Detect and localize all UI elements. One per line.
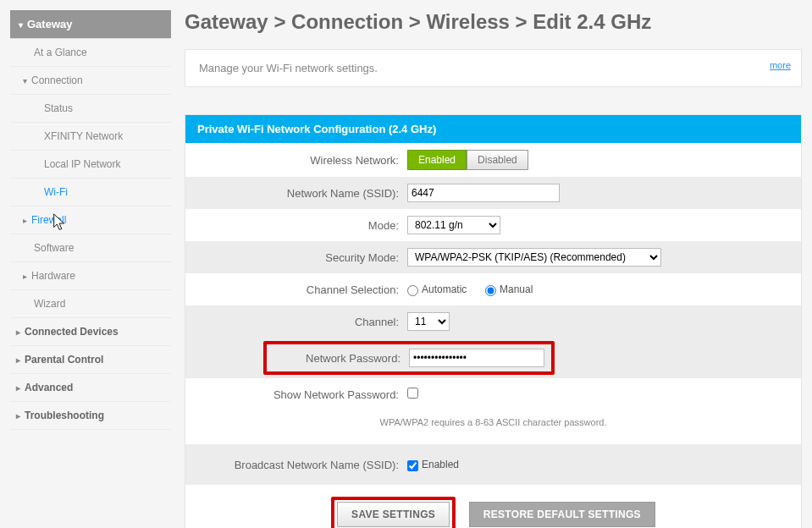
broadcast-enabled-checkbox[interactable] — [407, 460, 418, 471]
sidebar-item-wizard[interactable]: Wizard — [10, 290, 171, 318]
channel-automatic-radio-label[interactable]: Automatic — [407, 283, 467, 295]
page-title: Gateway > Connection > Wireless > Edit 2… — [185, 10, 802, 34]
sidebar-item-software[interactable]: Software — [10, 234, 171, 262]
channel-manual-radio-label[interactable]: Manual — [485, 283, 533, 295]
wireless-enabled-button[interactable]: Enabled — [407, 150, 467, 170]
sidebar-item-local-ip-network[interactable]: Local IP Network — [10, 151, 171, 179]
sidebar-item-advanced[interactable]: Advanced — [10, 374, 171, 402]
sidebar-item-hardware[interactable]: Hardware — [10, 262, 171, 290]
sidebar-item-firewall[interactable]: Firewall — [10, 206, 171, 234]
more-link[interactable]: more — [770, 60, 791, 70]
save-highlight-box: SAVE SETTINGS — [331, 497, 456, 528]
wifi-config-panel: Private Wi-Fi Network Configuration (2.4… — [185, 114, 802, 528]
save-settings-button[interactable]: SAVE SETTINGS — [337, 502, 450, 527]
sidebar-item-wifi[interactable]: Wi-Fi — [10, 179, 171, 206]
password-input[interactable] — [409, 349, 544, 367]
sidebar: Gateway At a Glance Connection Status XF… — [10, 10, 171, 528]
sidebar-item-gateway[interactable]: Gateway — [10, 10, 171, 39]
security-mode-label: Security Mode: — [196, 251, 407, 264]
sidebar-item-connected-devices[interactable]: Connected Devices — [10, 318, 171, 346]
password-highlight-box: Network Password: — [263, 341, 555, 375]
ssid-label: Network Name (SSID): — [196, 187, 407, 200]
info-text: Manage your Wi-Fi network settings. — [199, 62, 378, 74]
sidebar-item-connection[interactable]: Connection — [10, 67, 171, 95]
sidebar-item-parental-control[interactable]: Parental Control — [10, 346, 171, 374]
sidebar-item-at-a-glance[interactable]: At a Glance — [10, 39, 171, 67]
sidebar-item-status[interactable]: Status — [10, 95, 171, 123]
mode-label: Mode: — [196, 219, 407, 232]
channel-select[interactable]: 11 — [407, 312, 450, 331]
wireless-disabled-button[interactable]: Disabled — [467, 150, 528, 170]
panel-title: Private Wi-Fi Network Configuration (2.4… — [185, 115, 801, 143]
channel-automatic-radio[interactable] — [407, 285, 418, 296]
action-row: SAVE SETTINGS RESTORE DEFAULT SETTINGS — [185, 485, 801, 528]
password-note: WPA/WPA2 requires a 8-63 ASCII character… — [185, 410, 801, 444]
broadcast-enabled-label[interactable]: Enabled — [407, 459, 459, 470]
mode-select[interactable]: 802.11 g/n — [407, 216, 500, 234]
channel-label: Channel: — [196, 316, 407, 328]
info-bar: Manage your Wi-Fi network settings. more — [185, 49, 802, 87]
restore-defaults-button[interactable]: RESTORE DEFAULT SETTINGS — [469, 502, 655, 527]
main-content: Gateway > Connection > Wireless > Edit 2… — [185, 10, 802, 528]
broadcast-ssid-label: Broadcast Network Name (SSID): — [196, 459, 407, 471]
security-mode-select[interactable]: WPA/WPA2-PSK (TKIP/AES) (Recommended) — [407, 248, 661, 267]
password-label: Network Password: — [273, 352, 409, 365]
wireless-network-label: Wireless Network: — [196, 154, 407, 167]
show-password-checkbox[interactable] — [407, 388, 418, 399]
show-password-label: Show Network Password: — [196, 388, 407, 401]
sidebar-item-troubleshooting[interactable]: Troubleshooting — [10, 402, 171, 430]
channel-manual-radio[interactable] — [485, 285, 496, 296]
ssid-input[interactable] — [407, 184, 560, 202]
channel-selection-label: Channel Selection: — [196, 283, 407, 296]
sidebar-item-xfinity-network[interactable]: XFINITY Network — [10, 123, 171, 151]
